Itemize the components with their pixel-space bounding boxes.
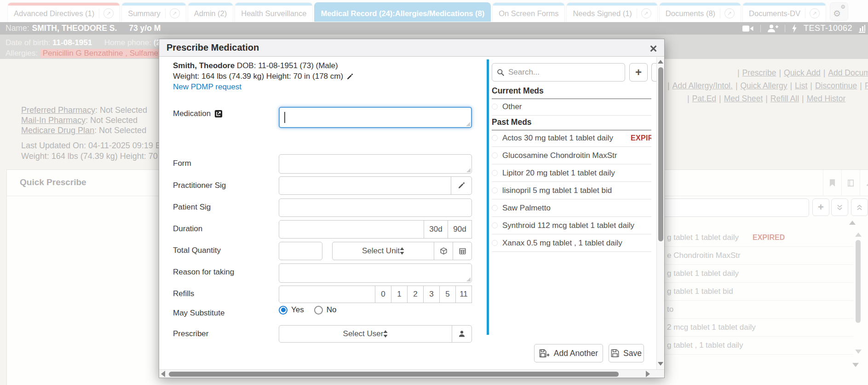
past-med-row[interactable]: Xanax 0.5 mg tablet , 1 tablet daily (492, 234, 651, 252)
expired-badge: EXPIRED (631, 134, 651, 142)
med-radio-icon (492, 104, 498, 110)
scroll-right-icon[interactable] (646, 371, 650, 377)
past-med-row[interactable]: Lipitor 20 mg tablet 1 tablet daily (492, 164, 651, 182)
med-radio-icon (492, 170, 498, 176)
current-meds-list: Other (159, 98, 665, 116)
refill-preset-button[interactable]: 2 (407, 286, 424, 303)
med-radio-icon (492, 205, 498, 211)
prescriber-label: Prescriber (173, 329, 208, 338)
reason-label: Reason for taking (173, 268, 234, 277)
refill-preset-button[interactable]: 1 (391, 286, 408, 303)
past-med-row[interactable]: Synthroid 112 mcg tablet 1 tablet daily (492, 217, 651, 234)
current-meds-header: Current Meds (492, 86, 651, 99)
substitute-yes-radio[interactable] (279, 306, 287, 315)
clipped-button-edge (651, 63, 656, 82)
past-med-row[interactable]: Actos 30 mg tablet 1 tablet dailyEXPIRED (492, 129, 651, 147)
med-radio-icon (492, 152, 498, 158)
scrollbar-thumb[interactable] (169, 372, 619, 377)
prescriber-person-icon[interactable] (452, 325, 472, 343)
past-meds-header: Past Meds (492, 117, 651, 130)
med-radio-icon (492, 187, 498, 193)
scroll-up-icon[interactable] (658, 60, 663, 64)
med-search-box[interactable] (492, 63, 625, 82)
add-med-button[interactable]: + (629, 63, 648, 82)
prescriber-group: Select User (279, 325, 472, 343)
close-icon[interactable] (648, 43, 658, 53)
past-med-row[interactable]: Saw Palmetto (492, 199, 651, 217)
med-radio-icon (492, 222, 498, 228)
current-med-row[interactable]: Other (492, 98, 651, 116)
may-substitute-label: May Substitute (173, 309, 224, 318)
refill-preset-button[interactable]: 3 (423, 286, 440, 303)
scrollbar-thumb[interactable] (658, 67, 663, 241)
select-arrows-icon (383, 330, 388, 338)
refill-presets: 0123511 (375, 286, 472, 303)
modal-vitals-line: Weight: 164 lbs (74.39 kg) Height: 70 in… (173, 72, 353, 81)
refill-preset-button[interactable]: 0 (375, 286, 391, 303)
search-icon (497, 69, 505, 76)
may-substitute-options: Yes No (279, 305, 336, 315)
dialog-title: Prescribe Medication (159, 39, 664, 57)
modal-patient-name: Smith, Theodore (173, 61, 235, 70)
prescriber-select[interactable]: Select User (279, 325, 452, 343)
modal-patient-line: Smith, Theodore DOB: 11-08-1951 (73) (Ma… (173, 61, 338, 70)
reason-input[interactable] (279, 263, 472, 283)
scroll-down-icon[interactable] (658, 362, 663, 366)
refills-label: Refills (173, 289, 194, 298)
modal-vertical-scrollbar[interactable] (656, 57, 664, 369)
edit-vitals-pencil-icon[interactable] (346, 73, 353, 80)
save-icon (611, 349, 619, 357)
save-plus-icon (539, 349, 550, 358)
med-radio-icon (492, 240, 498, 246)
scroll-left-icon[interactable] (161, 371, 165, 377)
past-med-row[interactable]: lisinopril 5 mg tablet 1 tablet bid (492, 182, 651, 199)
med-search-input[interactable] (508, 68, 614, 77)
save-button[interactable]: Save (609, 344, 644, 362)
modal-horizontal-scrollbar[interactable] (159, 369, 664, 378)
substitute-no-radio[interactable] (314, 306, 323, 315)
past-med-row[interactable]: Glucosamine Chondroitin MaxStr (492, 147, 651, 164)
refills-group: 0123511 (279, 286, 472, 303)
refill-preset-button[interactable]: 11 (455, 286, 472, 303)
refill-preset-button[interactable]: 5 (439, 286, 456, 303)
pdmp-request-link[interactable]: New PDMP request (173, 82, 241, 92)
add-another-button[interactable]: Add Another (534, 344, 603, 362)
past-meds-list: Actos 30 mg tablet 1 tablet dailyEXPIRED… (159, 129, 665, 252)
med-radio-icon (492, 135, 498, 141)
prescribe-medication-dialog: Prescribe Medication Smith, Theodore DOB… (159, 39, 665, 378)
refills-input[interactable] (279, 286, 375, 303)
